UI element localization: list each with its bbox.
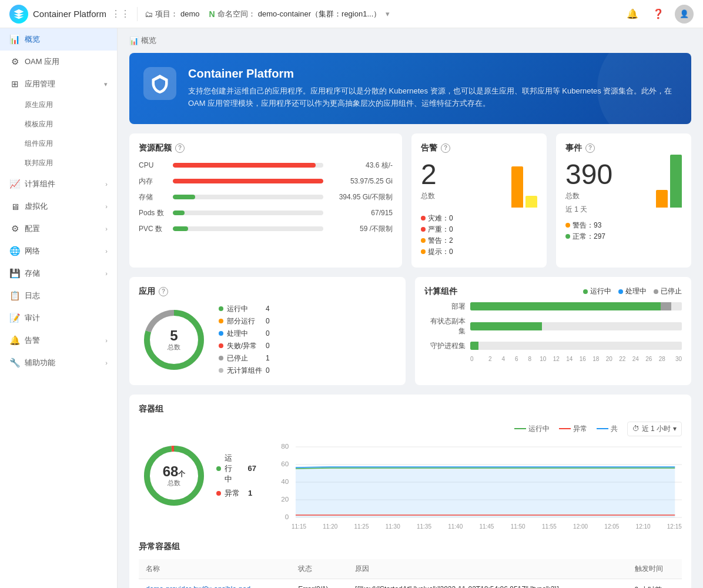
app-donut-center: 5 总数 <box>168 328 180 351</box>
alert-card: 告警 ? 2 总数 <box>411 133 547 268</box>
alert-bar-orange-fill <box>511 166 523 208</box>
event-details: 警告：93 正常：297 <box>565 220 682 243</box>
x-axis: 11:15 11:20 11:25 11:30 11:35 11:40 11:4… <box>268 523 682 530</box>
event-help[interactable]: ? <box>585 143 595 153</box>
container-error-count: 1 <box>248 489 252 497</box>
sidebar-item-component-app[interactable]: 组件应用 <box>25 134 117 153</box>
pod-link[interactable]: demo-provider-bwl8x-ansible-pod <box>146 585 250 588</box>
container-section-title: 容器组 <box>139 404 682 415</box>
app-help[interactable]: ? <box>159 287 168 296</box>
notification-button[interactable]: 🔔 <box>623 5 642 24</box>
namespace-value: demo-container（集群：region1...） <box>258 9 381 19</box>
container-running-label: 运行中 <box>225 453 240 485</box>
sidebar-item-app-management[interactable]: ⊞ 应用管理 ▾ <box>0 73 117 95</box>
event-total-label: 总数 <box>565 191 612 201</box>
event-card: 事件 ? 390 总数 近 1 天 <box>556 133 691 268</box>
container-running-dot <box>216 466 221 471</box>
config-icon: ⚙ <box>9 223 20 234</box>
event-bar-orange-fill <box>656 190 668 208</box>
sidebar-label-federation-app: 联邦应用 <box>25 158 53 168</box>
chart-line-running <box>514 428 526 429</box>
sidebar-item-alert[interactable]: 🔔 告警 › <box>0 329 117 352</box>
chart-legend-total: 共 <box>597 424 618 434</box>
main-content: 📊 概览 Container Platform 支持您创建并运维自己的应用程序。… <box>118 28 703 588</box>
content-area: Container Platform 支持您创建并运维自己的应用程序。应用程序可… <box>118 53 703 588</box>
table-row: demo-provider-bwl8x-ansible-pod Error(0/… <box>139 579 682 588</box>
time-selector[interactable]: ⏱ 近 1 小时 ▾ <box>627 422 682 436</box>
sidebar-item-template-app[interactable]: 模板应用 <box>25 115 117 134</box>
topbar: Container Platform ⋮⋮ 🗂 项目： demo N 命名空间：… <box>0 0 703 28</box>
compute-label-deploy: 部署 <box>424 302 466 312</box>
audit-icon: 📝 <box>9 313 20 323</box>
alert-warning-dot <box>421 238 426 243</box>
container-main: 68个 总数 运行中 67 <box>139 422 682 530</box>
sidebar-label-virtualization: 虚拟化 <box>25 201 48 212</box>
alert-card-title: 告警 ? <box>421 143 537 153</box>
alert-help[interactable]: ? <box>441 143 450 153</box>
sidebar-item-audit[interactable]: 📝 审计 <box>0 307 117 329</box>
project-value: demo <box>180 9 200 18</box>
namespace-nav: N 命名空间： demo-container（集群：region1...） ▾ <box>209 9 390 19</box>
oam-icon: ⚙ <box>9 56 20 67</box>
alert-total: 2 <box>421 161 437 189</box>
alert-disaster-dot <box>421 216 426 220</box>
app-legend: 运行中 4 部分运行 0 处理中 0 失败/异常 0 已停止 1 无计算组件 0 <box>219 304 270 376</box>
sidebar-item-overview[interactable]: 📊 概览 <box>0 28 117 51</box>
chart-header: 运行中 异常 共 ⏱ 近 <box>268 422 682 436</box>
resource-quota-help[interactable]: ? <box>175 143 185 153</box>
alert-bar-yellow <box>525 196 537 208</box>
breadcrumb: 📊 概览 <box>118 28 703 53</box>
resource-value: 43.6 核/- <box>328 161 393 171</box>
alert-hint: 提示：0 <box>421 247 537 257</box>
sidebar-item-oam[interactable]: ⚙ OAM 应用 <box>0 51 117 73</box>
sidebar-item-storage[interactable]: 💾 存储 › <box>0 262 117 285</box>
resource-bar-wrap <box>173 163 323 168</box>
compute-stopped-dot <box>654 289 658 294</box>
clock-icon: ⏱ <box>632 425 640 433</box>
sidebar-label-oam: OAM 应用 <box>25 56 59 67</box>
compute-row-statefulset: 有状态副本集 <box>424 316 682 336</box>
compute-bar-daemonset-running <box>470 342 478 350</box>
compute-bar-deploy-running <box>470 302 661 310</box>
resource-row-Pods 数: Pods 数 67/915 <box>139 208 393 218</box>
user-avatar[interactable]: 👤 <box>675 5 694 24</box>
sidebar-label-template-app: 模板应用 <box>25 119 53 129</box>
resource-value: 59 /不限制 <box>328 224 393 234</box>
resource-quota-card: 资源配额 ? CPU 43.6 核/- 内存 53.97/5.25 Gi 存储 … <box>129 133 402 268</box>
abnormal-table: 名称 状态 原因 触发时间 demo-provider-bwl8x-ansibl… <box>139 559 682 588</box>
sidebar-item-native-app[interactable]: 原生应用 <box>25 95 117 115</box>
container-running-count: 67 <box>248 464 256 473</box>
legend-count: 0 <box>266 342 270 350</box>
sidebar-item-virtualization[interactable]: 🖥 虚拟化 › <box>0 195 117 218</box>
cell-name: demo-provider-bwl8x-ansible-pod <box>139 579 291 588</box>
resource-row-PVC 数: PVC 数 59 /不限制 <box>139 224 393 234</box>
sidebar-item-helper[interactable]: 🔧 辅助功能 › <box>0 352 117 374</box>
hero-title: Container Platform <box>188 67 677 81</box>
storage-chevron: › <box>105 270 108 277</box>
help-button[interactable]: ❓ <box>649 5 668 24</box>
sidebar-item-network[interactable]: 🌐 网络 › <box>0 240 117 262</box>
legend-label: 运行中 <box>227 304 248 314</box>
resource-bar-wrap <box>173 226 323 231</box>
sidebar: 📊 概览 ⚙ OAM 应用 ⊞ 应用管理 ▾ 原生应用 模板应用 组件应用 联邦… <box>0 28 118 588</box>
compute-running-dot <box>583 289 588 294</box>
app-logo-icon <box>9 5 28 24</box>
config-chevron: › <box>105 225 108 232</box>
virtualization-icon: 🖥 <box>9 202 20 212</box>
sidebar-item-config[interactable]: ⚙ 配置 › <box>0 218 117 240</box>
resource-label: CPU <box>139 161 168 169</box>
col-status: 状态 <box>291 559 348 579</box>
event-period: 近 1 天 <box>565 205 612 215</box>
sidebar-item-log[interactable]: 📋 日志 <box>0 285 117 307</box>
helper-icon: 🔧 <box>9 358 20 368</box>
sidebar-item-federation-app[interactable]: 联邦应用 <box>25 153 117 173</box>
namespace-dropdown-icon[interactable]: ▾ <box>386 9 390 18</box>
event-normal: 正常：297 <box>565 232 682 242</box>
sidebar-item-compute[interactable]: 📈 计算组件 › <box>0 173 117 195</box>
legend-count: 0 <box>266 329 270 338</box>
app-legend-item: 运行中 4 <box>219 304 270 314</box>
container-error-legend: 异常 1 <box>216 488 256 499</box>
overview-icon: 📊 <box>9 34 20 45</box>
event-warning-dot <box>565 223 570 228</box>
more-dots-icon[interactable]: ⋮⋮ <box>111 8 130 19</box>
